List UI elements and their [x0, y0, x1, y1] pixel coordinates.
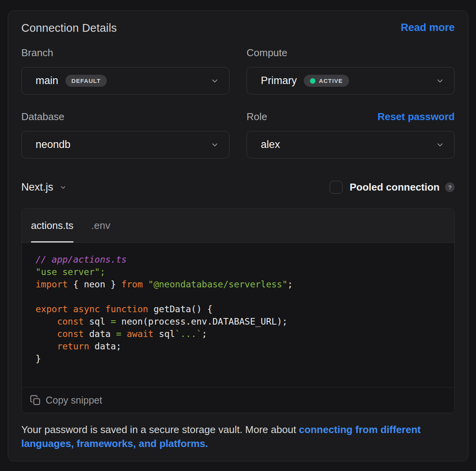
- role-select[interactable]: alex: [247, 131, 455, 158]
- database-label: Database: [21, 111, 64, 123]
- card-header: Connection Details Read more: [21, 22, 455, 34]
- copy-icon: [30, 395, 41, 406]
- role-label: Role: [247, 111, 267, 123]
- chevron-down-icon: [436, 141, 444, 149]
- branch-field: Branch main DEFAULT: [21, 47, 229, 95]
- code-line: "use server";: [36, 266, 440, 278]
- copy-snippet-label: Copy snippet: [46, 395, 102, 406]
- tab-env[interactable]: .env: [91, 209, 110, 242]
- pooled-connection-checkbox[interactable]: [330, 181, 342, 194]
- framework-value: Next.js: [21, 181, 53, 193]
- code-line: // app/actions.ts: [36, 253, 440, 266]
- code-content: // app/actions.ts"use server";import { n…: [22, 243, 454, 387]
- branch-select[interactable]: main DEFAULT: [21, 67, 229, 95]
- database-select[interactable]: neondb: [21, 131, 229, 158]
- chevron-down-icon: [436, 77, 444, 85]
- code-line: }: [36, 352, 440, 365]
- role-field: Role Reset password alex: [247, 111, 455, 158]
- default-badge-label: DEFAULT: [72, 77, 101, 84]
- connection-details-card: Connection Details Read more Branch main…: [8, 10, 468, 461]
- code-tab-bar: actions.ts .env: [22, 209, 454, 243]
- database-value: neondb: [36, 139, 70, 151]
- compute-label: Compute: [247, 47, 288, 59]
- code-line: import { neon } from "@neondatabase/serv…: [36, 278, 440, 291]
- active-badge: ACTIVE: [304, 75, 349, 87]
- compute-field: Compute Primary ACTIVE: [247, 47, 455, 95]
- code-line: const sql = neon(process.env.DATABASE_UR…: [36, 315, 440, 328]
- copy-snippet-button[interactable]: Copy snippet: [22, 387, 454, 413]
- compute-select[interactable]: Primary ACTIVE: [247, 67, 455, 95]
- read-more-link[interactable]: Read more: [401, 22, 455, 34]
- branch-label: Branch: [21, 47, 53, 59]
- code-line: return data;: [36, 340, 440, 352]
- branch-value: main: [36, 75, 58, 87]
- active-dot-icon: [310, 78, 315, 84]
- help-icon[interactable]: ?: [445, 182, 455, 192]
- framework-select[interactable]: Next.js: [21, 181, 67, 193]
- code-line: [36, 291, 440, 303]
- code-line: const data = await sql`...`;: [36, 328, 440, 340]
- password-vault-note: Your password is saved in a secure stora…: [21, 423, 455, 450]
- chevron-down-icon: [211, 77, 219, 85]
- active-badge-label: ACTIVE: [319, 77, 343, 84]
- page-title: Connection Details: [21, 22, 117, 34]
- code-line: export async function getData() {: [36, 303, 440, 315]
- chevron-down-icon: [211, 141, 219, 149]
- default-badge: DEFAULT: [65, 75, 107, 87]
- compute-value: Primary: [261, 75, 297, 87]
- code-snippet-panel: actions.ts .env // app/actions.ts"use se…: [21, 208, 455, 413]
- reset-password-link[interactable]: Reset password: [378, 111, 455, 123]
- pooled-connection-label: Pooled connection: [349, 181, 440, 193]
- tab-actions-ts[interactable]: actions.ts: [31, 209, 74, 242]
- database-field: Database neondb: [21, 111, 229, 158]
- pooled-connection-group: Pooled connection ?: [330, 181, 455, 194]
- role-value: alex: [261, 139, 280, 151]
- note-text: Your password is saved in a secure stora…: [21, 424, 299, 435]
- chevron-down-icon: [60, 184, 67, 191]
